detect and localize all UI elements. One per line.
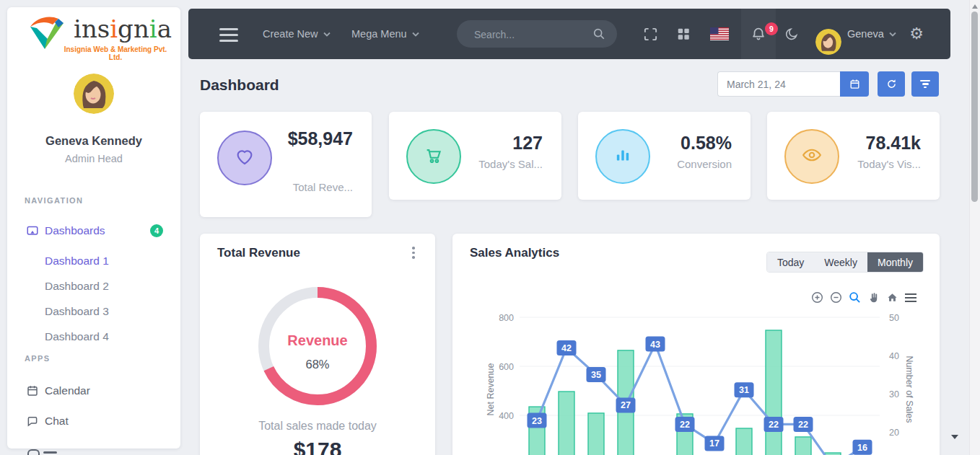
chevron-down-icon bbox=[323, 32, 331, 37]
sidebar: insignia Insignia Web & Marketing Pvt. L… bbox=[7, 7, 180, 449]
calendar-button[interactable] bbox=[840, 71, 869, 97]
sidebar-subitem-dashboard-4[interactable]: Dashboard 4 bbox=[45, 324, 160, 349]
dashboards-count-badge: 4 bbox=[150, 224, 163, 237]
donut-percent: 68% bbox=[200, 358, 435, 371]
revenue-bar bbox=[588, 413, 604, 455]
revenue-bar bbox=[766, 330, 782, 455]
y-axis-tick-left: 800 bbox=[499, 313, 514, 323]
hamburger-menu-icon[interactable] bbox=[219, 28, 238, 45]
dark-mode-moon-icon[interactable] bbox=[782, 9, 801, 59]
revenue-bar bbox=[795, 437, 811, 455]
sidebar-item-calendar[interactable]: Calendar bbox=[7, 378, 180, 404]
clipped-nav-label bbox=[43, 451, 57, 454]
nav-section-heading: NAVIGATION bbox=[25, 196, 83, 205]
page-title: Dashboard bbox=[200, 76, 279, 94]
date-range-input[interactable] bbox=[717, 71, 840, 97]
chat-icon bbox=[26, 415, 39, 428]
dropdown-caret-icon bbox=[951, 435, 958, 439]
vertical-scrollbar[interactable] bbox=[969, 0, 980, 455]
sidebar-subitem-dashboard-3[interactable]: Dashboard 3 bbox=[45, 299, 160, 324]
stat-card-total-revenue: $58,947 Total Reve... bbox=[200, 112, 372, 217]
user-menu[interactable]: Geneva bbox=[847, 9, 896, 59]
stat-icon-circle bbox=[406, 129, 461, 184]
scrollbar-up-arrow[interactable] bbox=[972, 4, 978, 9]
menu-mega-menu[interactable]: Mega Menu bbox=[351, 9, 419, 59]
line-point-label: 43 bbox=[650, 340, 660, 350]
stat-icon-circle bbox=[784, 129, 839, 184]
stat-value: $58,947 bbox=[266, 128, 353, 150]
refresh-button[interactable] bbox=[878, 71, 905, 97]
stat-label: Total Reve... bbox=[293, 181, 353, 193]
kebab-menu-icon[interactable] bbox=[412, 247, 415, 261]
sidebar-item-chat[interactable]: Chat bbox=[7, 408, 180, 434]
line-point-label: 27 bbox=[621, 400, 631, 410]
y-axis-tick-left: 600 bbox=[499, 362, 514, 372]
scrollbar-thumb[interactable] bbox=[971, 12, 978, 202]
search-box bbox=[457, 20, 617, 48]
y-axis-tick-right: 20 bbox=[889, 428, 899, 438]
stat-label: Today's Sal... bbox=[478, 158, 543, 170]
stat-icon-circle bbox=[217, 131, 272, 185]
sidebar-subitem-dashboard-1[interactable]: Dashboard 1 bbox=[45, 248, 160, 273]
revenue-amount: $178 bbox=[200, 438, 435, 455]
refresh-icon bbox=[886, 79, 897, 89]
notification-count-badge: 9 bbox=[765, 22, 778, 35]
stat-icon-circle bbox=[595, 129, 650, 184]
language-flag-icon[interactable] bbox=[709, 9, 730, 59]
apps-section-heading: APPS bbox=[25, 354, 51, 363]
sales-combo-chart[interactable]: 80060040050403020Net RevenueNumber of Sa… bbox=[452, 234, 940, 455]
stat-card-todays-sales: 127 Today's Sal... bbox=[389, 112, 561, 200]
logo-text[interactable]: insignia bbox=[74, 14, 172, 43]
sidebar-item-dashboards[interactable]: Dashboards 4 bbox=[7, 218, 180, 244]
line-point-label: 17 bbox=[709, 438, 719, 449]
sidebar-item-label: Dashboards bbox=[45, 224, 105, 237]
eye-icon bbox=[801, 144, 823, 169]
revenue-bar bbox=[736, 428, 752, 455]
search-input[interactable] bbox=[473, 20, 591, 49]
search-icon[interactable] bbox=[592, 27, 605, 43]
chevron-down-icon bbox=[889, 32, 896, 37]
stat-value: 0.58% bbox=[681, 132, 732, 154]
line-point-label: 22 bbox=[798, 420, 808, 430]
y-axis-tick-left: 400 bbox=[499, 411, 514, 421]
menu-label: Create New bbox=[263, 28, 318, 40]
sales-analytics-card: Sales Analytics Today Weekly Monthly bbox=[452, 234, 940, 455]
line-point-label: 42 bbox=[561, 343, 572, 353]
total-revenue-card: Total Revenue Revenue 68% Total sales ma… bbox=[200, 234, 435, 455]
monitor-icon bbox=[26, 224, 39, 237]
line-point-label: 35 bbox=[591, 370, 601, 380]
stat-value: 78.41k bbox=[866, 132, 921, 154]
revenue-bar bbox=[559, 392, 574, 455]
chevron-down-icon bbox=[412, 32, 419, 37]
sidebar-subitem-dashboard-2[interactable]: Dashboard 2 bbox=[45, 273, 160, 299]
cart-icon bbox=[423, 144, 445, 169]
line-point-label: 23 bbox=[532, 416, 542, 426]
user-avatar[interactable] bbox=[815, 29, 841, 55]
left-axis-title: Net Revenue bbox=[486, 363, 496, 415]
line-point-label: 31 bbox=[739, 385, 749, 395]
apps-grid-icon[interactable] bbox=[674, 9, 693, 59]
notifications-bell-icon[interactable] bbox=[748, 9, 769, 59]
settings-gear-icon[interactable]: ⚙ bbox=[906, 9, 927, 59]
calendar-icon bbox=[849, 79, 860, 89]
filter-button[interactable] bbox=[911, 71, 939, 97]
user-name: Geneva Kennedy bbox=[7, 134, 180, 148]
right-axis-title: Number of Sales bbox=[904, 355, 914, 423]
menu-create-new[interactable]: Create New bbox=[263, 9, 331, 59]
menu-label: Mega Menu bbox=[351, 28, 407, 40]
line-point-label: 16 bbox=[857, 443, 867, 453]
user-avatar[interactable] bbox=[74, 74, 114, 114]
stat-label: Today's Vis... bbox=[857, 158, 921, 170]
fullscreen-icon[interactable] bbox=[641, 9, 660, 59]
logo-tagline: Insignia Web & Marketing Pvt. Ltd. bbox=[58, 45, 173, 61]
y-axis-tick-right: 30 bbox=[889, 389, 899, 399]
filter-icon bbox=[920, 78, 930, 90]
top-navbar: Create New Mega Menu bbox=[188, 9, 950, 59]
bar-chart-icon bbox=[613, 145, 633, 168]
sidebar-item-label: Calendar bbox=[45, 384, 90, 397]
stat-label: Conversion bbox=[677, 158, 732, 170]
y-axis-tick-right: 40 bbox=[889, 351, 899, 361]
heart-icon bbox=[234, 146, 255, 170]
clipped-nav-icon bbox=[27, 449, 40, 455]
user-role: Admin Head bbox=[7, 153, 180, 164]
